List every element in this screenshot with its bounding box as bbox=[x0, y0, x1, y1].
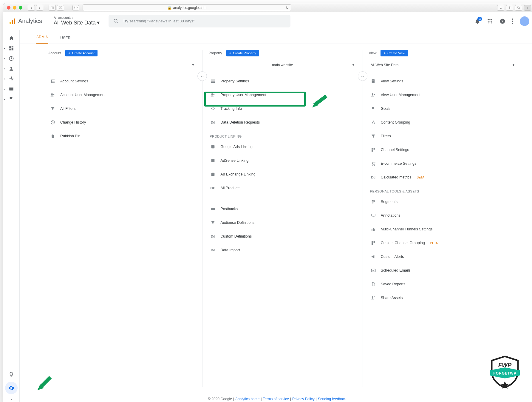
property-user-management[interactable]: Property User Management bbox=[208, 88, 356, 102]
segments-icon bbox=[370, 199, 377, 204]
page-info-button[interactable]: ⓘ bbox=[57, 5, 64, 11]
create-property-button[interactable]: +Create Property bbox=[226, 50, 259, 56]
sidebar-toggle-button[interactable]: ◫ bbox=[49, 5, 56, 11]
account-selector[interactable]: ▼ bbox=[48, 60, 196, 70]
analytics-logo-icon bbox=[9, 18, 16, 25]
tracking-info[interactable]: Tracking Info bbox=[208, 102, 356, 115]
svg-rect-66 bbox=[373, 241, 375, 243]
footer-link-privacy[interactable]: Privacy Policy bbox=[292, 397, 315, 401]
account-settings[interactable]: Account Settings bbox=[48, 74, 196, 88]
segments[interactable]: Segments bbox=[369, 195, 517, 209]
people-icon bbox=[50, 93, 56, 97]
window-close-button[interactable] bbox=[7, 6, 10, 10]
svg-rect-61 bbox=[372, 214, 375, 216]
svg-rect-26 bbox=[9, 87, 13, 88]
custom-channel-grouping[interactable]: Custom Channel GroupingBETA bbox=[369, 236, 517, 250]
tab-admin[interactable]: ADMIN bbox=[36, 35, 48, 44]
nav-conversions[interactable]: ▸ bbox=[7, 95, 16, 104]
nav-home[interactable] bbox=[7, 34, 16, 43]
custom-alerts[interactable]: Custom Alerts bbox=[369, 250, 517, 264]
svg-point-49 bbox=[374, 94, 375, 95]
postbacks[interactable]: Postbacks bbox=[208, 202, 356, 216]
megaphone-icon bbox=[370, 254, 377, 259]
mail-icon bbox=[370, 269, 377, 272]
address-bar[interactable]: 🔒 analytics.google.com ↻ bbox=[83, 4, 291, 11]
kebab-menu-icon[interactable] bbox=[512, 19, 513, 24]
view-user-management[interactable]: View User Management bbox=[369, 88, 517, 102]
svg-point-60 bbox=[372, 203, 373, 204]
annotation-icon bbox=[370, 213, 377, 218]
change-history[interactable]: Change History bbox=[48, 115, 196, 129]
reader-mode-button[interactable]: ⓘ bbox=[72, 5, 79, 10]
property-settings[interactable]: Property Settings bbox=[208, 74, 356, 88]
new-tab-button[interactable]: + bbox=[524, 5, 531, 11]
data-import[interactable]: DdData Import bbox=[208, 243, 356, 257]
view-settings[interactable]: View Settings bbox=[369, 74, 517, 88]
ad-exchange-linking[interactable]: Ad Exchange Linking bbox=[208, 167, 356, 181]
nav-expand-button[interactable]: › bbox=[11, 397, 12, 402]
settings-list-icon bbox=[210, 79, 216, 84]
google-ads-linking[interactable]: Google Ads Linking bbox=[208, 140, 356, 154]
breadcrumb[interactable]: All accounts › All Web Site Data ▾ bbox=[48, 16, 100, 26]
footer-link-feedback[interactable]: Sending feedback bbox=[318, 397, 347, 401]
window-minimize-button[interactable] bbox=[13, 6, 16, 10]
filters[interactable]: Filters bbox=[369, 129, 517, 143]
create-account-button[interactable]: +Create Account bbox=[65, 50, 98, 56]
nav-realtime[interactable]: ▸ bbox=[7, 54, 16, 63]
nav-behavior[interactable]: ▸ bbox=[7, 84, 16, 93]
property-selector[interactable]: main website▼ bbox=[208, 60, 356, 70]
nav-admin[interactable] bbox=[5, 382, 18, 394]
all-filters[interactable]: All Filters bbox=[48, 102, 196, 115]
footer-link-home[interactable]: Analytics home bbox=[235, 397, 259, 401]
avatar[interactable] bbox=[520, 16, 529, 26]
content-grouping[interactable]: Content Grouping bbox=[369, 115, 517, 129]
nav-back-button[interactable]: ‹ bbox=[28, 5, 35, 11]
svg-rect-30 bbox=[52, 82, 55, 83]
flag-icon bbox=[9, 96, 14, 102]
audience-definitions[interactable]: Audience Definitions bbox=[208, 216, 356, 230]
nav-discover[interactable] bbox=[7, 370, 16, 379]
ecommerce-settings[interactable]: E-commerce Settings bbox=[369, 157, 517, 170]
scheduled-emails[interactable]: Scheduled Emails bbox=[369, 264, 517, 277]
multi-channel-funnels[interactable]: Multi-Channel Funnels Settings bbox=[369, 222, 517, 236]
column-connector-icon: ↔ bbox=[358, 71, 367, 81]
view-label: View bbox=[369, 51, 377, 55]
annotations[interactable]: Annotations bbox=[369, 209, 517, 222]
tabs-button[interactable]: ⧉ bbox=[515, 5, 522, 11]
nav-forward-button[interactable]: › bbox=[36, 5, 43, 11]
calculated-metrics[interactable]: DdCalculated metricsBETA bbox=[369, 170, 517, 184]
notification-badge: 3 bbox=[477, 17, 482, 21]
view-selector[interactable]: All Web Site Data▼ bbox=[369, 60, 517, 70]
svg-point-53 bbox=[372, 165, 373, 165]
create-view-button[interactable]: +Create View bbox=[381, 50, 408, 56]
nav-acquisition[interactable]: ▸ bbox=[7, 74, 16, 83]
notifications-button[interactable]: 3 bbox=[474, 18, 480, 24]
share-icon bbox=[370, 295, 377, 300]
search-input[interactable]: Try searching "Pageviews in last 30 days… bbox=[109, 15, 290, 27]
adsense-linking[interactable]: AdSense Linking bbox=[208, 154, 356, 167]
share-button[interactable]: ⇪ bbox=[506, 5, 513, 11]
link-icon bbox=[210, 187, 216, 190]
saved-reports[interactable]: Saved Reports bbox=[369, 277, 517, 291]
apps-icon[interactable] bbox=[487, 18, 493, 24]
data-deletion-requests[interactable]: DdData Deletion Requests bbox=[208, 115, 356, 129]
all-products[interactable]: All Products bbox=[208, 181, 356, 195]
share-assets[interactable]: Share Assets bbox=[369, 291, 517, 305]
account-user-management[interactable]: Account User Management bbox=[48, 88, 196, 102]
rubbish-bin[interactable]: Rubbish Bin bbox=[48, 129, 196, 143]
beta-badge: BETA bbox=[430, 241, 438, 245]
help-icon[interactable]: ? bbox=[499, 18, 505, 24]
custom-definitions[interactable]: DdCustom Definitions bbox=[208, 230, 356, 243]
footer-link-terms[interactable]: Terms of service bbox=[263, 397, 289, 401]
window-fullscreen-button[interactable] bbox=[19, 6, 22, 10]
tab-user[interactable]: USER bbox=[60, 36, 71, 44]
channel-settings[interactable]: Channel Settings bbox=[369, 143, 517, 157]
refresh-icon[interactable]: ↻ bbox=[286, 6, 289, 10]
nav-customization[interactable]: ▸ bbox=[7, 44, 16, 53]
ga-logo[interactable]: Analytics bbox=[9, 18, 42, 25]
svg-line-4 bbox=[117, 22, 118, 23]
svg-point-8 bbox=[488, 21, 489, 21]
goals[interactable]: Goals bbox=[369, 102, 517, 115]
nav-audience[interactable]: ▸ bbox=[7, 64, 16, 73]
download-button[interactable]: ⤓ bbox=[497, 5, 504, 11]
